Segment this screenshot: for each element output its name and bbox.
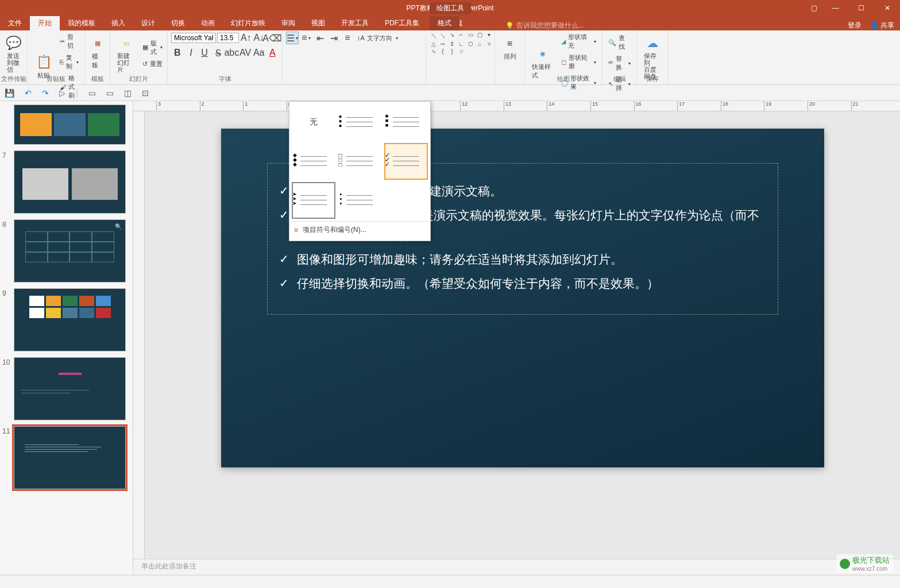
- bold-button[interactable]: B: [171, 47, 184, 59]
- bullet-option-filled-circle[interactable]: [338, 104, 381, 141]
- slide-thumb-10[interactable]: [14, 357, 126, 420]
- shape-line2[interactable]: ＼: [439, 32, 447, 40]
- bullet-item: 图像和图形可增加趣味；请务必在适当时将其添加到幻灯片。: [279, 249, 766, 270]
- find-button[interactable]: 🔍查找: [606, 33, 633, 52]
- shape-arrow-line[interactable]: ↘: [448, 32, 456, 40]
- replace-button[interactable]: ᵃᵇ替换▾: [606, 53, 633, 73]
- bullet-option-arrow[interactable]: [292, 182, 335, 219]
- shape-callout[interactable]: ⌂: [476, 41, 484, 47]
- shape-outline-button[interactable]: ◻形状轮廓▾: [559, 52, 598, 72]
- slide-thumb-9[interactable]: [14, 288, 126, 351]
- slide-canvas[interactable]: 照每张幻灯片上的说明创建演示文稿。 请记住 POWERPOINT 是演示文稿的视…: [145, 111, 900, 559]
- qat-icon-3[interactable]: ◫: [124, 88, 132, 98]
- tab-transitions[interactable]: 切换: [163, 16, 193, 30]
- slide-thumb-6[interactable]: [14, 105, 126, 145]
- text-direction-button[interactable]: ↕A文字方向▾: [355, 33, 400, 44]
- new-slide-button[interactable]: ▭ 新建 幻灯片: [114, 32, 139, 75]
- italic-button[interactable]: I: [185, 47, 198, 59]
- increase-indent-button[interactable]: ⇥: [327, 32, 340, 44]
- shape-l[interactable]: ∟: [457, 41, 465, 47]
- shape-line[interactable]: ＼: [430, 32, 438, 40]
- tab-insert[interactable]: 插入: [103, 16, 133, 30]
- bullet-option-empty[interactable]: [384, 182, 428, 219]
- tab-review[interactable]: 审阅: [273, 16, 303, 30]
- line-spacing-button[interactable]: ≡: [341, 32, 354, 44]
- change-case-button[interactable]: Aa: [253, 47, 265, 59]
- shape-gallery[interactable]: ＼＼↘⌐▭▢▾ △⇨⇕∟⬡⌂▿ ∿{}☆: [430, 32, 491, 55]
- font-color-button[interactable]: A: [266, 47, 279, 59]
- tab-view[interactable]: 视图: [303, 16, 333, 30]
- shape-arrow-r[interactable]: ⇨: [439, 41, 447, 47]
- char-spacing-button[interactable]: AV: [239, 47, 252, 59]
- tab-design[interactable]: 设计: [133, 16, 163, 30]
- shape-rect[interactable]: ▭: [466, 32, 474, 40]
- tab-format[interactable]: 格式: [430, 16, 459, 30]
- cut-button[interactable]: ✂剪切: [57, 32, 81, 51]
- slide-thumb-7[interactable]: [14, 150, 126, 214]
- shape-triangle[interactable]: △: [430, 41, 438, 47]
- bullet-option-small-dot[interactable]: [338, 182, 381, 219]
- template-button[interactable]: ▦ 模板: [88, 32, 106, 72]
- bullet-option-hollow-square[interactable]: [338, 143, 381, 180]
- arrange-button[interactable]: ⊞ 排列: [499, 32, 521, 63]
- decrease-indent-button[interactable]: ⇤: [314, 32, 326, 44]
- horizontal-ruler[interactable]: 321 89101112131415161718192021: [133, 101, 900, 111]
- bullets-and-numbering-link[interactable]: ≡ 项目符号和编号(N)...: [292, 221, 428, 238]
- layout-button[interactable]: ▦版式▾: [140, 38, 165, 57]
- tab-slideshow[interactable]: 幻灯片放映: [223, 16, 273, 30]
- status-bar: [0, 575, 900, 588]
- bullet-item: 仔细选择切换和动画。（希望受众如何专注于内容，而不是效果。）: [279, 273, 766, 294]
- bullet-gallery-popup: 无 ≡ 项目符号和编号(N)...: [289, 101, 431, 241]
- shape-round-rect[interactable]: ▢: [476, 32, 484, 40]
- qat-icon-1[interactable]: ▭: [88, 88, 96, 98]
- slide-thumbnails-panel[interactable]: 7 8 🔍 9: [0, 101, 133, 575]
- share-button[interactable]: 👤 共享: [870, 21, 894, 30]
- shape-more[interactable]: ▾: [485, 32, 493, 40]
- shape-star[interactable]: ☆: [457, 48, 465, 55]
- notes-pane[interactable]: 单击此处添加备注: [133, 559, 900, 575]
- reset-button[interactable]: ↺重置: [140, 59, 165, 69]
- shape-curve[interactable]: ∿: [430, 48, 438, 55]
- shape-arrow-ud[interactable]: ⇕: [448, 41, 456, 47]
- bullet-option-diamond[interactable]: [292, 143, 335, 180]
- minimize-button[interactable]: —: [822, 0, 848, 16]
- slide-thumb-11[interactable]: [14, 426, 126, 489]
- shape-hex[interactable]: ⬡: [466, 41, 474, 47]
- qat-icon-2[interactable]: ▭: [106, 88, 114, 98]
- bullet-option-checkmark[interactable]: [384, 143, 428, 180]
- save-button[interactable]: 💾: [5, 88, 14, 98]
- tab-file[interactable]: 文件: [0, 16, 30, 30]
- clear-format-icon[interactable]: A⌫: [266, 32, 279, 44]
- shape-brace-r[interactable]: }: [448, 48, 456, 55]
- copy-button[interactable]: ⎘复制▾: [57, 52, 81, 72]
- tab-home[interactable]: 开始: [30, 16, 60, 30]
- slide-thumb-8[interactable]: 🔍: [14, 219, 126, 283]
- bullet-option-filled-square[interactable]: [384, 104, 428, 141]
- qat-icon-4[interactable]: ⊡: [142, 88, 149, 98]
- login-link[interactable]: 登录: [848, 21, 862, 30]
- increase-font-icon[interactable]: A↑: [240, 32, 252, 44]
- font-name-select[interactable]: [171, 33, 216, 43]
- shape-brace-l[interactable]: {: [439, 48, 447, 55]
- underline-button[interactable]: U: [198, 47, 211, 59]
- shadow-button[interactable]: abc: [225, 47, 238, 59]
- close-button[interactable]: ✕: [874, 0, 900, 16]
- tab-developer[interactable]: 开发工具: [333, 16, 377, 30]
- template-icon: ▦: [88, 34, 107, 52]
- tab-pdf[interactable]: PDF工具集: [377, 16, 427, 30]
- bullets-button[interactable]: ☰▾: [286, 32, 299, 44]
- ribbon-display-options-icon[interactable]: ▢: [805, 0, 822, 16]
- shape-scroll[interactable]: ▿: [485, 41, 493, 47]
- tab-animations[interactable]: 动画: [193, 16, 223, 30]
- tell-me-search[interactable]: 💡 告诉我您想要做什么...: [505, 21, 584, 30]
- tab-templates[interactable]: 我的模板: [60, 16, 103, 30]
- font-size-select[interactable]: [217, 33, 239, 43]
- shape-connector[interactable]: ⌐: [457, 32, 465, 40]
- vertical-ruler[interactable]: [133, 111, 145, 559]
- shape-fill-button[interactable]: ◢形状填充▾: [559, 32, 598, 51]
- numbering-button[interactable]: ≡▾: [300, 32, 312, 44]
- maximize-button[interactable]: ☐: [848, 0, 874, 16]
- send-to-wechat-button[interactable]: 💬 发送 到微信: [3, 32, 24, 75]
- bullet-option-none[interactable]: 无: [292, 104, 335, 141]
- strikethrough-button[interactable]: S̶: [212, 47, 225, 59]
